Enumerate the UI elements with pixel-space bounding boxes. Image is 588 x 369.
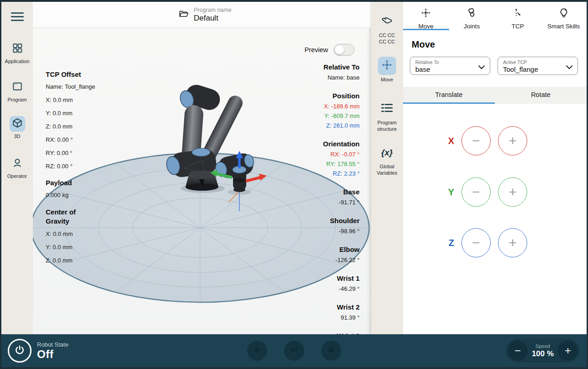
sidebar-item-program[interactable]: Program bbox=[1, 80, 33, 102]
polyscope-app: Application Program 3D Operator bbox=[1, 2, 587, 367]
minus-icon: − bbox=[472, 134, 480, 148]
robot-state-label: Robot State bbox=[37, 341, 69, 348]
app-window: Application Program 3D Operator bbox=[0, 0, 588, 369]
sidebar-item-operator[interactable]: Operator bbox=[1, 156, 33, 179]
tcp-axes-icon bbox=[512, 12, 524, 20]
program-window-icon bbox=[11, 80, 23, 94]
minus-icon: − bbox=[514, 344, 521, 357]
y-plus-button[interactable]: + bbox=[498, 177, 527, 207]
sidebar-item-application[interactable]: Application bbox=[1, 41, 33, 64]
dropdown-label: Active TCP bbox=[503, 59, 564, 65]
robot-control-bar: Robot State Off − Speed 100 % + bbox=[1, 334, 587, 367]
joint-wrist2-title: Wrist 2 bbox=[291, 303, 360, 311]
rail-item-global-variables[interactable]: {x} Global Variables bbox=[371, 144, 403, 176]
stop-icon bbox=[327, 346, 335, 356]
stop-button[interactable] bbox=[321, 341, 341, 361]
pose-overlay: Relative To Name: base Position X: -189.… bbox=[291, 63, 360, 334]
active-tab-underline bbox=[403, 29, 449, 30]
tcp-offset-overlay: TCP Offset Name: Tool_flange X: 0.0 mm Y… bbox=[46, 70, 96, 270]
move-panel: Move Joints TCP Smart Skills bbox=[403, 2, 587, 334]
relative-to-dropdown[interactable]: Relative To base bbox=[410, 57, 490, 75]
power-icon bbox=[14, 344, 26, 358]
minus-icon: − bbox=[472, 236, 480, 250]
panel-tabs: Move Joints TCP Smart Skills bbox=[403, 2, 587, 30]
relative-to-name: Name: base bbox=[291, 74, 360, 81]
rail-item-freedrive[interactable]: CC CC CC CC bbox=[371, 12, 403, 45]
program-topbar: Program name Default bbox=[33, 2, 371, 28]
tab-joints[interactable]: Joints bbox=[449, 2, 495, 30]
robot-state-group: Robot State Off bbox=[8, 339, 69, 363]
robot-3d-viewport[interactable]: Preview TCP Offset Name: Tool_flange X: … bbox=[33, 28, 371, 334]
orientation-rz: RZ: 2.23 ° bbox=[291, 170, 360, 177]
hand-freedrive-icon bbox=[380, 14, 394, 29]
rail-item-program-structure[interactable]: Program structure bbox=[371, 100, 403, 133]
tcp-offset-ry: RY: 0.00 ° bbox=[46, 150, 96, 156]
tcp-offset-y: Y: 0.0 mm bbox=[46, 110, 96, 117]
left-sidebar: Application Program 3D Operator bbox=[1, 2, 33, 334]
tab-tcp[interactable]: TCP bbox=[495, 2, 541, 30]
cube-3d-icon bbox=[11, 117, 23, 131]
axis-row-z: Z − + bbox=[440, 228, 535, 257]
step-button[interactable] bbox=[284, 341, 304, 361]
preview-toggle[interactable] bbox=[334, 44, 355, 56]
hamburger-menu-icon[interactable] bbox=[11, 12, 24, 21]
main-area: Program name Default bbox=[33, 2, 371, 334]
active-tcp-dropdown[interactable]: Active TCP Tool_flange bbox=[498, 57, 578, 75]
transport-controls bbox=[247, 341, 341, 361]
translate-rotate-tabs: Translate Rotate bbox=[403, 87, 587, 104]
program-name-control[interactable]: Program name Default bbox=[178, 7, 232, 23]
y-minus-button[interactable]: − bbox=[461, 177, 491, 207]
orientation-rx: RX: -0.07 ° bbox=[291, 151, 360, 158]
subtab-rotate[interactable]: Rotate bbox=[495, 87, 587, 104]
joint-elbow-title: Elbow bbox=[291, 246, 360, 253]
speed-value: 100 % bbox=[528, 349, 558, 358]
cog-y: Y: 0.0 mm bbox=[46, 244, 96, 251]
move-arrows-icon bbox=[381, 59, 393, 73]
position-title: Position bbox=[291, 92, 360, 100]
position-z: Z: 261.0 mm bbox=[291, 122, 360, 129]
tcp-offset-title: TCP Offset bbox=[46, 70, 96, 78]
x-minus-button[interactable]: − bbox=[461, 126, 491, 155]
rail-item-move[interactable]: Move bbox=[371, 57, 403, 83]
tab-smart-skills[interactable]: Smart Skills bbox=[541, 2, 587, 30]
program-name-value: Default bbox=[194, 14, 232, 23]
joint-base-title: Base bbox=[291, 188, 360, 196]
rail-label: CC CC CC CC bbox=[374, 32, 400, 45]
tab-label: Joints bbox=[449, 23, 495, 30]
joint-wrist1-title: Wrist 1 bbox=[291, 274, 360, 282]
tcp-offset-z: Z: 0.0 mm bbox=[46, 123, 96, 130]
joint-shoulder-title: Shoulder bbox=[291, 217, 360, 225]
axis-row-x: X − + bbox=[440, 126, 535, 155]
play-button[interactable] bbox=[247, 341, 267, 361]
speed-decrease-button[interactable]: − bbox=[508, 341, 528, 361]
tcp-offset-rx: RX: 0.00 ° bbox=[46, 136, 96, 143]
joint-base-value: -91.71 ° bbox=[291, 199, 360, 206]
lightbulb-icon bbox=[558, 12, 570, 20]
play-icon bbox=[253, 345, 262, 356]
power-button[interactable] bbox=[8, 339, 32, 363]
skip-next-icon bbox=[290, 345, 299, 356]
panel-title: Move bbox=[412, 39, 435, 50]
program-name-label: Program name bbox=[194, 7, 232, 13]
subtab-translate[interactable]: Translate bbox=[403, 87, 495, 104]
variables-braces-icon: {x} bbox=[381, 148, 392, 158]
rail-label: Program structure bbox=[373, 120, 401, 133]
chevron-down-icon bbox=[566, 63, 573, 71]
dropdown-value: Tool_flange bbox=[503, 65, 564, 73]
speed-increase-button[interactable]: + bbox=[558, 341, 578, 361]
list-icon bbox=[380, 102, 394, 116]
sidebar-label: 3D bbox=[1, 134, 33, 139]
z-plus-button[interactable]: + bbox=[498, 228, 527, 257]
axis-z-label: Z bbox=[440, 238, 454, 248]
joint-elbow-value: -126.22 ° bbox=[291, 257, 360, 263]
chevron-down-icon bbox=[478, 63, 485, 71]
x-plus-button[interactable]: + bbox=[498, 126, 527, 155]
z-minus-button[interactable]: − bbox=[461, 228, 491, 257]
cog-z: Z: 0.0 mm bbox=[46, 257, 96, 264]
tcp-offset-name: Name: Tool_flange bbox=[46, 83, 96, 90]
dropdown-label: Relative To bbox=[415, 59, 476, 65]
sidebar-item-3d[interactable]: 3D bbox=[1, 116, 33, 139]
cog-x: X: 0.0 mm bbox=[46, 230, 96, 237]
rail-label: Global Variables bbox=[373, 164, 401, 176]
tab-move[interactable]: Move bbox=[403, 2, 449, 30]
